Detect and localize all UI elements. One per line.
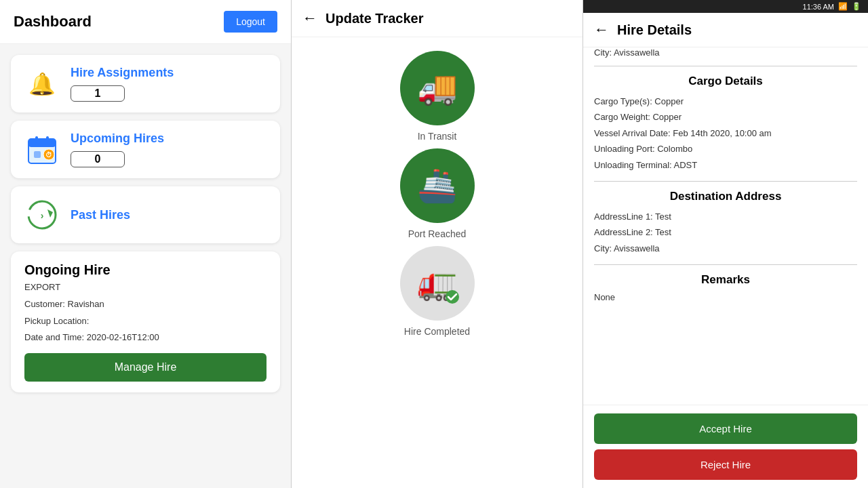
cargo-unloading-port: Unloading Port: Colombo — [594, 141, 857, 157]
tracker-panel: ← Update Tracker 🚚 In Transit 🚢 Port Rea… — [292, 0, 583, 488]
past-hires-card[interactable]: › Past Hires — [11, 186, 280, 243]
tracker-back-button[interactable]: ← — [302, 9, 317, 27]
hire-completed-icon: 🚛 — [400, 246, 475, 321]
tracker-content: 🚚 In Transit 🚢 Port Reached 🚛 Hire Compl… — [292, 37, 583, 488]
cargo-section-title: Cargo Details — [594, 75, 857, 88]
destination-line1: AddressLine 1: Test — [594, 209, 857, 224]
hire-details-title: Hire Details — [617, 22, 692, 38]
destination-section-title: Destination Address — [594, 190, 857, 203]
status-bar: 11:36 AM 📶 🔋 — [583, 0, 868, 13]
upcoming-hires-card[interactable]: ⏱ Upcoming Hires 0 — [11, 121, 280, 178]
svg-rect-3 — [46, 136, 49, 143]
hire-assignments-label: Hire Assignments — [71, 66, 174, 80]
hire-completed-label: Hire Completed — [404, 326, 470, 337]
upcoming-hires-body: Upcoming Hires 0 — [71, 131, 164, 167]
past-hires-label: Past Hires — [71, 208, 130, 222]
status-bar-time: 11:36 AM — [803, 3, 834, 11]
svg-rect-1 — [28, 139, 56, 147]
cargo-details: Cargo Type(s): Copper Cargo Weight: Copp… — [594, 94, 857, 173]
tracker-step-hire-completed: 🚛 Hire Completed — [400, 246, 475, 337]
upcoming-hires-label: Upcoming Hires — [71, 131, 164, 146]
city-partial-text: City: Avissawella — [594, 47, 857, 58]
cargo-unloading-terminal: Unloading Terminal: ADST — [594, 157, 857, 173]
tracker-step-port-reached: 🚢 Port Reached — [400, 148, 475, 239]
svg-text:›: › — [41, 210, 44, 221]
ongoing-hire-title: Ongoing Hire — [24, 262, 267, 278]
upcoming-hires-count: 0 — [71, 151, 125, 167]
destination-line2: AddressLine 2: Test — [594, 224, 857, 240]
hire-assignments-body: Hire Assignments 1 — [71, 66, 174, 102]
tracker-step-in-transit: 🚚 In Transit — [400, 51, 475, 142]
cargo-type: Cargo Type(s): Copper — [594, 94, 857, 109]
tracker-header: ← Update Tracker — [292, 0, 583, 37]
accept-hire-button[interactable]: Accept Hire — [594, 413, 857, 444]
dashboard-panel: Dashboard Logout 🔔 Hire Assignments 1 — [0, 0, 292, 488]
hire-assignments-card[interactable]: 🔔 Hire Assignments 1 — [11, 55, 280, 113]
remarks-section-title: Remarks — [594, 273, 857, 287]
bell-icon: 🔔 — [24, 66, 60, 102]
hire-assignments-count: 1 — [71, 85, 125, 102]
hire-actions: Accept Hire Reject Hire — [583, 405, 868, 488]
tracker-title: Update Tracker — [326, 11, 424, 26]
svg-rect-4 — [34, 151, 41, 158]
port-reached-icon: 🚢 — [400, 148, 475, 223]
refresh-icon: › — [24, 197, 60, 232]
ongoing-hire-datetime: Date and Time: 2020-02-16T12:00 — [24, 331, 267, 345]
hire-details-back-button[interactable]: ← — [594, 21, 609, 39]
in-transit-icon: 🚚 — [400, 51, 475, 125]
hire-details-content: City: Avissawella Cargo Details Cargo Ty… — [583, 47, 868, 405]
battery-icon: 🔋 — [852, 2, 861, 11]
svg-text:⏱: ⏱ — [45, 151, 52, 159]
dashboard-title: Dashboard — [14, 13, 92, 30]
destination-city: City: Avissawella — [594, 241, 857, 256]
ongoing-hire-type: EXPORT — [24, 281, 267, 295]
logout-button[interactable]: Logout — [224, 11, 277, 33]
port-reached-label: Port Reached — [408, 228, 467, 239]
reject-hire-button[interactable]: Reject Hire — [594, 449, 857, 480]
calendar-icon: ⏱ — [24, 132, 60, 167]
hire-details-header: ← Hire Details — [583, 13, 868, 47]
destination-details: AddressLine 1: Test AddressLine 2: Test … — [594, 209, 857, 256]
cargo-weight: Cargo Weight: Copper — [594, 109, 857, 125]
ongoing-hire-pickup: Pickup Location: — [24, 314, 267, 329]
divider-1 — [594, 66, 857, 66]
divider-2 — [594, 181, 857, 182]
signal-icon: 📶 — [838, 2, 848, 11]
ongoing-hire-customer: Customer: Ravishan — [24, 298, 267, 312]
hire-details-panel: 11:36 AM 📶 🔋 ← Hire Details City: Avissa… — [583, 0, 868, 488]
in-transit-label: In Transit — [418, 131, 457, 142]
divider-3 — [594, 264, 857, 265]
remarks-value: None — [594, 292, 857, 302]
manage-hire-button[interactable]: Manage Hire — [24, 353, 267, 382]
past-hires-body: Past Hires — [71, 208, 130, 222]
svg-marker-8 — [47, 209, 53, 218]
cargo-vessel-arrival: Vessel Arrival Date: Feb 14th 2020, 10:0… — [594, 125, 857, 141]
dashboard-content: 🔔 Hire Assignments 1 ⏱ Upcomin — [0, 44, 291, 488]
svg-rect-2 — [35, 136, 38, 143]
ongoing-hire-card: Ongoing Hire EXPORT Customer: Ravishan P… — [11, 251, 280, 392]
dashboard-header: Dashboard Logout — [0, 0, 291, 44]
